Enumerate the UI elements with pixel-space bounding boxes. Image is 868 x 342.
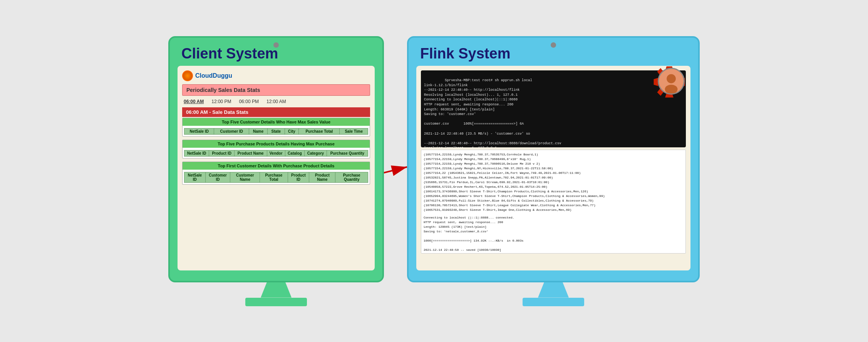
section2-header: Top Five Purchase Products Details Havin…: [183, 140, 370, 148]
section2-header-row: NetSale ID Product ID Product Name Vendo…: [184, 150, 368, 156]
col2-productname: Product Name: [234, 150, 267, 156]
stats-title: Periodically Sales Data Stats: [182, 84, 370, 96]
section3-box: Top First Customer Details With Purchase…: [182, 162, 370, 185]
client-monitor: Client System CloudDuggu Periodically Sa…: [168, 36, 384, 306]
section3-table-area: NetSale ID Customer ID Customer Name Pur…: [183, 170, 370, 184]
time-tab-1200am[interactable]: 12:00 AM: [266, 99, 286, 104]
col-saletime: Sale Time: [340, 128, 368, 134]
svg-point-13: [667, 74, 676, 83]
section3-table: NetSale ID Customer ID Customer Name Pur…: [184, 172, 368, 183]
stream-line: (10540858,57222,Grove Rechert,KS,Topeka,…: [424, 185, 683, 189]
cloudduggu-icon: [182, 70, 193, 81]
col-state: State: [268, 128, 285, 134]
stream-line: (10577154,22 (10543621,15821,Felicle Cel…: [424, 171, 683, 175]
stream-line: (10614173,37436999,Short Sleeve T-Shirt,…: [424, 189, 683, 194]
col-netsaleid: NetSale ID: [184, 128, 214, 134]
stream-line: (10652994,83244695,Women's Short Sleeve …: [424, 194, 683, 199]
flink-monitor: Flink System: [407, 36, 700, 306]
col-customerid: Customer ID: [214, 128, 249, 134]
top-terminal: Sprvesha-MBP:test root# sh apprun.sh loc…: [421, 70, 686, 147]
stream-line: (10741274,87940989,Full-Size Sticker,Blu…: [424, 199, 683, 203]
col3-purchasetotal: Purchase Total: [260, 172, 288, 182]
col3-productid: Product ID: [288, 172, 309, 182]
stream-line: (10577154,22159,Lyndy Menghi,788.37,7868…: [424, 157, 683, 162]
col2-catalog: Catalog: [285, 150, 304, 156]
section1-table-area: NetSale ID Customer ID Name State City P…: [183, 127, 370, 136]
section3-header-row: NetSale ID Customer ID Customer Name Pur…: [184, 172, 368, 182]
client-title: Client System: [178, 45, 375, 62]
stream-line: (10532821,58745,Justina Snepp,PA,Allento…: [424, 175, 683, 180]
time-tab-0600am[interactable]: 06:00 AM: [184, 99, 204, 104]
col3-netsaleid: NetSale ID: [184, 172, 206, 182]
col2-productid: Product ID: [209, 150, 235, 156]
col2-netsaleid: NetSale ID: [184, 150, 209, 156]
col3-customername: Customer Name: [230, 172, 260, 182]
stream-line: (10577154,22159,Lyndy Menghi,788.37,7860…: [424, 162, 683, 166]
terminal-text2: Connecting to localhost (|::1|:8888... c…: [424, 215, 683, 254]
flink-stand: [538, 282, 569, 298]
col2-vendor: Vendor: [267, 150, 285, 156]
col2-category: Category: [305, 150, 327, 156]
client-base: [245, 298, 307, 306]
stream-lines: (10577154,22159,Lyndy Menghi,788.37,7853…: [424, 152, 683, 212]
time-tabs: 06:00 AM 12:00 PM 06:00 PM 12:00 AM: [182, 99, 370, 104]
col3-productname: Product Name: [309, 172, 335, 182]
flink-base: [523, 298, 584, 306]
col3-purchasequantity: Purchase Quantity: [335, 172, 368, 182]
logo-area: CloudDuggu: [182, 70, 370, 81]
time-tab-0600pm[interactable]: 06:00 PM: [239, 99, 259, 104]
client-content-area: CloudDuggu Periodically Sales Data Stats…: [178, 66, 375, 270]
section2-table: NetSale ID Product ID Product Name Vendo…: [184, 150, 368, 157]
stream-line: (10706130,78572413,Short Sleeve T-Shirt,…: [424, 203, 683, 208]
stream-line: (10657531,91993248,Short Sleeve T-Shirt,…: [424, 208, 683, 212]
stream-line: (10577154,22159,Lyndy Menghi,NY,Hicksvil…: [424, 166, 683, 171]
section2-table-area: NetSale ID Product ID Product Name Vendo…: [183, 148, 370, 158]
diagram-wrapper: Client System CloudDuggu Periodically Sa…: [168, 36, 700, 306]
section3-header: Top First Customer Details With Purchase…: [183, 162, 370, 170]
flink-content-area: Sprvesha-MBP:test root# sh apprun.sh loc…: [416, 66, 690, 270]
section1-header: Top Five Customer Details Who Have Max S…: [183, 118, 370, 126]
section1-box: Top Five Customer Details Who Have Max S…: [182, 118, 370, 137]
col-name: Name: [249, 128, 268, 134]
flink-screen: Flink System: [407, 36, 700, 282]
stream-line: (535666,15731,Fin Pardue,IL,Carol Stream…: [424, 180, 683, 185]
section1-table: NetSale ID Customer ID Name State City P…: [184, 128, 368, 135]
time-tab-1200pm[interactable]: 12:00 PM: [211, 99, 231, 104]
col-city: City: [285, 128, 299, 134]
logo-text: CloudDuggu: [195, 72, 232, 79]
section1-header-row: NetSale ID Customer ID Name State City P…: [184, 128, 368, 134]
data-stream-area: (10577154,22159,Lyndy Menghi,788.37,7853…: [421, 150, 686, 254]
svg-point-14: [665, 85, 678, 94]
stream-line: (10577154,22159,Lyndy Menghi,788.37,7853…: [424, 152, 683, 157]
avatar-icon: [658, 68, 685, 95]
client-stand: [261, 282, 292, 298]
col3-customerid: Customer ID: [205, 172, 230, 182]
col-purchasetotal: Purchase Total: [299, 128, 340, 134]
active-time-title: 06:00 AM - Sale Data Stats: [182, 107, 370, 117]
col2-purchasequantity: Purchase Quantity: [327, 150, 368, 156]
flink-title: Flink System: [416, 45, 690, 62]
section2-box: Top Five Purchase Products Details Havin…: [182, 140, 370, 158]
client-screen: Client System CloudDuggu Periodically Sa…: [168, 36, 384, 282]
terminal-text1: Sprvesha-MBP:test root# sh apprun.sh loc…: [424, 78, 561, 147]
